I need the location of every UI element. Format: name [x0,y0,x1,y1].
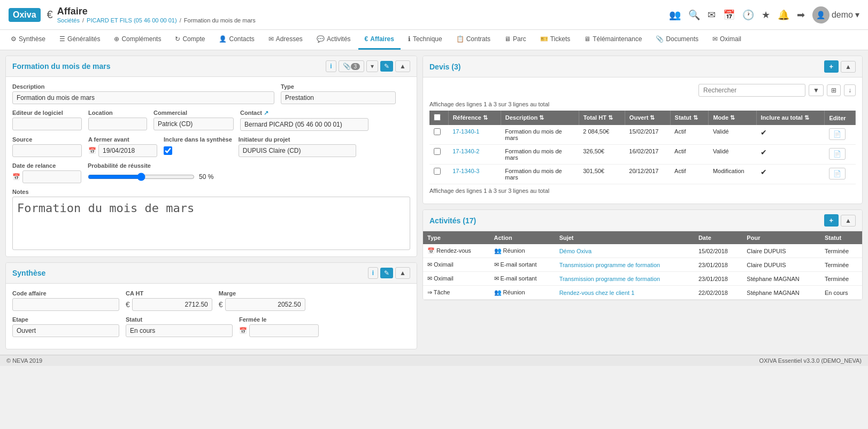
devis-grid-button[interactable]: ⊞ [827,84,841,96]
people-icon[interactable]: 👥 [669,9,681,21]
devis-ref-link-3[interactable]: 17-1340-3 [452,168,479,174]
notes-textarea[interactable]: Formation du mois de mars [12,197,410,250]
tickets-icon: 🎫 [540,35,548,43]
tab-synthese[interactable]: ⚙ Synthèse [4,30,52,50]
calendar-icon[interactable]: 📅 [723,9,735,21]
devis-collapse-icon: ▲ [845,63,851,71]
devis-collapse-button[interactable]: ▲ [841,61,856,73]
devis-edit-btn-3[interactable]: 📄 [829,168,846,180]
collapse-affaire-button[interactable]: ▲ [395,60,410,72]
tab-technique[interactable]: ℹ Technique [402,30,449,50]
devis-row1-checkbox[interactable] [434,128,441,135]
devis-search-input[interactable] [698,84,805,97]
devis-edit-btn-2[interactable]: 📄 [829,148,846,160]
tab-activites[interactable]: 💬 Activités [310,30,357,50]
devis-table-header: Référence ⇅ Description ⇅ Total HT ⇅ Ouv… [429,111,856,125]
synthese-collapse-button[interactable]: ▲ [395,267,410,279]
contact-group: Contact ↗ [240,110,368,131]
attachment-button[interactable]: 📎 3 [339,60,365,72]
devis-row2-checkbox[interactable] [434,148,441,155]
breadcrumb-company[interactable]: PICARD ET FILS (05 46 00 00 01) [87,17,177,24]
breadcrumb-societes[interactable]: Sociétés [57,17,80,24]
nav-tabs: ⚙ Synthèse ☰ Généralités ⊕ Compléments ↻… [0,30,868,50]
edit-button[interactable]: ✎ [380,61,393,72]
act-sujet-link-3[interactable]: Transmission programme de formation [559,276,660,282]
logo-box: Oxiva [9,8,41,22]
calendar-small-icon: 📅 [88,147,96,154]
tab-adresses[interactable]: ✉ Adresses [262,30,309,50]
tab-generalites[interactable]: ☰ Généralités [53,30,106,50]
inclure-synthese-checkbox[interactable] [164,146,172,155]
initiateur-group: Initiateur du projet [239,136,356,157]
sort-icon-4: ⇅ [650,114,655,121]
search-icon[interactable]: 🔍 [688,9,700,21]
statut-input[interactable] [126,324,233,337]
logout-icon[interactable]: ➡ [797,9,805,21]
info-button[interactable]: i [326,60,336,72]
mail-icon[interactable]: ✉ [708,9,716,21]
act-sujet-link-2[interactable]: Transmission programme de formation [559,262,660,268]
a-fermer-input[interactable] [98,144,157,157]
tab-tickets[interactable]: 🎫 Tickets [534,30,577,50]
tab-contrats[interactable]: 📋 Contrats [450,30,497,50]
bell-icon[interactable]: 🔔 [778,9,789,21]
act-row2-pour: Claire DUPUIS [742,258,820,272]
contact-input[interactable] [240,118,368,131]
date-relance-input[interactable] [22,170,81,183]
devis-export-button[interactable]: ↓ [844,84,856,96]
act-sujet-link-4[interactable]: Rendez-vous chez le client 1 [559,290,635,296]
etape-input[interactable] [12,324,119,337]
fermee-le-input[interactable] [249,324,319,337]
history-icon[interactable]: 🕐 [742,9,754,21]
tab-oximail[interactable]: ✉ Oximail [706,30,748,50]
devis-edit-btn-1[interactable]: 📄 [829,128,846,140]
act-row4-sujet: Rendez-vous chez le client 1 [555,286,694,300]
tab-compte[interactable]: ↻ Compte [168,30,211,50]
marge-input[interactable] [225,298,305,311]
source-input[interactable] [12,144,82,157]
devis-row2-check [429,145,448,165]
initiateur-input[interactable] [239,144,356,157]
devis-row3-checkbox[interactable] [434,168,441,175]
star-icon[interactable]: ★ [762,9,770,21]
synthese-section-header: Synthèse i ✎ ▲ [6,263,417,284]
euro-icon-marge: € [219,300,223,309]
type-input[interactable] [281,91,396,104]
user-menu[interactable]: 👤 demo ▾ [812,6,859,24]
probabilite-group: Probabilité de réussite 50 % [88,162,213,181]
tab-documents[interactable]: 📎 Documents [649,30,705,50]
tab-contacts[interactable]: 👤 Contacts [212,30,260,50]
tab-telemaintenance[interactable]: 🖥 Télémaintenance [578,30,648,50]
code-affaire-input[interactable] [12,298,119,311]
act-sujet-link-1[interactable]: Démo Oxiva [559,248,592,254]
devis-ref-link-1[interactable]: 17-1340-1 [452,128,479,135]
commercial-input[interactable] [153,118,234,130]
location-input[interactable] [88,118,147,130]
probabilite-slider[interactable] [88,173,195,181]
devis-ref-link-2[interactable]: 17-1340-2 [452,148,479,154]
dropdown-button[interactable]: ▾ [366,60,378,72]
devis-section-actions: + ▲ [824,60,856,73]
tab-parc[interactable]: 🖥 Parc [498,30,533,50]
devis-add-button[interactable]: + [824,60,839,73]
tab-compte-label: Compte [182,35,205,43]
editeur-input[interactable] [12,118,82,130]
devis-select-all[interactable] [434,114,441,121]
calendar-fermee-icon: 📅 [239,327,247,334]
logo[interactable]: Oxiva [9,8,41,22]
tab-affaires[interactable]: € Affaires [358,30,401,50]
ca-ht-input[interactable] [132,298,212,311]
user-avatar: 👤 [812,6,829,24]
devis-filter-button[interactable]: ▼ [809,84,824,96]
synthese-edit-button[interactable]: ✎ [380,268,393,278]
fermee-le-input-container: 📅 [239,324,319,337]
act-row1-action: 👥 Réunion [490,244,555,258]
description-input[interactable] [12,91,274,104]
synthese-info-button[interactable]: i [368,267,378,279]
tab-complements[interactable]: ⊕ Compléments [107,30,167,50]
module-icon: € [47,9,53,21]
act-row3-sujet: Transmission programme de formation [555,272,694,286]
activites-collapse-button[interactable]: ▲ [841,215,856,227]
main-content: Formation du mois de mars i 📎 3 ▾ ✎ [0,50,868,355]
activites-add-button[interactable]: + [824,214,839,227]
